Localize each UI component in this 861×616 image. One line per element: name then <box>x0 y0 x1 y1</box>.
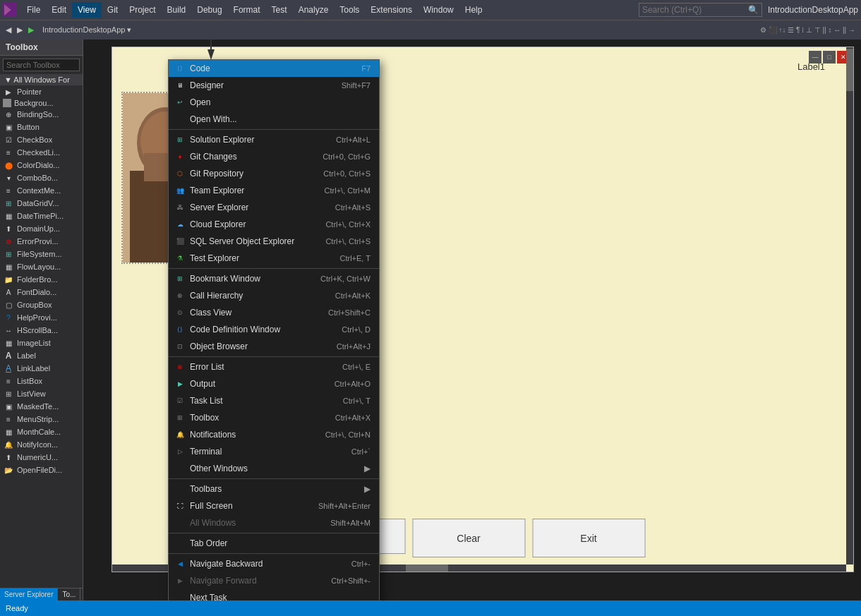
toolbox-item-imagelist[interactable]: ▦ImageList <box>0 337 83 349</box>
toolbox-item-openfiledialog[interactable]: 📂OpenFileDi... <box>0 464 83 476</box>
nav-back-icon: ◀ <box>174 558 186 569</box>
menu-tools[interactable]: Tools <box>334 2 365 18</box>
menu-item-code[interactable]: ⟨⟩ Code F7 <box>169 60 379 77</box>
toolbox-item-menustrip[interactable]: ≡MenuStrip... <box>0 413 83 425</box>
menu-item-call-hierarchy[interactable]: ⊕ Call Hierarchy Ctrl+Alt+K <box>169 287 379 304</box>
menu-item-full-screen[interactable]: ⛶ Full Screen Shift+Alt+Enter <box>169 497 379 514</box>
menu-extensions[interactable]: Extensions <box>365 2 418 18</box>
toolbox-item-listview[interactable]: ⊞ListView <box>0 387 83 400</box>
toolbox-item-monthcalendar[interactable]: ▦MonthCale... <box>0 425 83 438</box>
class-view-icon: ⊙ <box>174 307 186 318</box>
toolbox-tabs: Server Explorer To... <box>0 588 83 600</box>
toolbox-item-errorprovider[interactable]: ⊘ErrorProvi... <box>0 235 83 248</box>
toolbox-item-linklabel[interactable]: ALinkLabel <box>0 362 83 375</box>
toolbox-item-numericupdown[interactable]: ⬆NumericU... <box>0 451 83 464</box>
toolbox-item-filesystem[interactable]: ⊞FileSystem... <box>0 248 83 260</box>
menu-item-error-list[interactable]: ⊗ Error List Ctrl+\, E <box>169 358 379 375</box>
menu-build[interactable]: Build <box>162 2 192 18</box>
toolbox-item-notifyicon[interactable]: 🔔NotifyIcon... <box>0 438 83 451</box>
cloud-explorer-icon: ☁ <box>174 219 186 230</box>
menu-item-sql-explorer[interactable]: ⬛ SQL Server Object Explorer Ctrl+\, Ctr… <box>169 233 379 250</box>
menu-edit[interactable]: Edit <box>46 2 72 18</box>
search-box[interactable]: 🔍 <box>639 3 762 17</box>
menu-item-cloud-explorer[interactable]: ☁ Cloud Explorer Ctrl+\, Ctrl+X <box>169 216 379 233</box>
background-icon <box>3 99 11 107</box>
vertical-scrollbar[interactable] <box>846 47 853 564</box>
sep-2 <box>169 268 379 269</box>
toolbox-item-button[interactable]: ▣Button <box>0 121 83 133</box>
menu-project[interactable]: Project <box>124 2 161 18</box>
menu-window[interactable]: Window <box>418 2 459 18</box>
toolbox-item-background[interactable]: Backgrou... <box>0 98 83 108</box>
toolbox-item-datetimepicker[interactable]: ▦DateTimePi... <box>0 210 83 222</box>
toolbar-run[interactable]: ▶ <box>25 24 37 36</box>
menu-item-open[interactable]: ↩ Open <box>169 94 379 111</box>
menu-item-git-changes[interactable]: ♦ Git Changes Ctrl+0, Ctrl+G <box>169 148 379 165</box>
menu-test[interactable]: Test <box>266 2 293 18</box>
toolbox-item-checkedlistbox[interactable]: ≡CheckedLi... <box>0 146 83 159</box>
menu-item-bookmark-window[interactable]: ⊞ Bookmark Window Ctrl+K, Ctrl+W <box>169 270 379 287</box>
toolbox-item-listbox[interactable]: ≡ListBox <box>0 375 83 387</box>
menu-item-server-explorer[interactable]: 🖧 Server Explorer Ctrl+Alt+S <box>169 199 379 216</box>
menu-item-git-repository[interactable]: ⬡ Git Repository Ctrl+0, Ctrl+S <box>169 165 379 182</box>
toolbox-item-datagridview[interactable]: ⊞DataGridV... <box>0 197 83 210</box>
menu-item-tab-order[interactable]: Tab Order <box>169 535 379 552</box>
menu-item-test-explorer[interactable]: ⚗ Test Explorer Ctrl+E, T <box>169 250 379 267</box>
clear-button[interactable]: Clear <box>412 519 525 557</box>
menu-item-designer[interactable]: 🖥 Designer Shift+F7 <box>169 77 379 94</box>
exit-button[interactable]: Exit <box>532 519 645 557</box>
sep-4 <box>169 478 379 479</box>
groupbox-icon: ▢ <box>3 299 14 310</box>
menu-item-output[interactable]: ▶ Output Ctrl+Alt+O <box>169 375 379 392</box>
menu-analyze[interactable]: Analyze <box>293 2 335 18</box>
app-dropdown[interactable]: IntroductionDesktopApp ▾ <box>40 24 134 36</box>
toolbox-item-contextmenu[interactable]: ≡ContextMe... <box>0 184 83 197</box>
menu-item-toolbars[interactable]: Toolbars ▶ <box>169 481 379 497</box>
menu-item-navigate-backward[interactable]: ◀ Navigate Backward Ctrl+- <box>169 555 379 572</box>
toolbox-item-checkbox[interactable]: ☑CheckBox <box>0 133 83 146</box>
toolbox-item-maskedtextbox[interactable]: ▣MaskedTe... <box>0 400 83 413</box>
menu-debug[interactable]: Debug <box>191 2 227 18</box>
toolbox-item-bindingsource[interactable]: ⊕BindingSo... <box>0 108 83 121</box>
menu-item-code-definition[interactable]: ⟨⟩ Code Definition Window Ctrl+\, D <box>169 321 379 338</box>
toolbox-item-hscrollbar[interactable]: ↔HScrollBa... <box>0 324 83 337</box>
menu-bar: File Edit View Git Project Build Debug F… <box>0 0 861 20</box>
toolbox-item-combobox[interactable]: ▾ComboBo... <box>0 171 83 184</box>
tab-toolbox-2[interactable]: To... <box>58 588 80 600</box>
menu-item-open-with[interactable]: Open With... <box>169 111 379 128</box>
toolbox-search-input[interactable] <box>3 59 80 71</box>
menu-item-solution-explorer[interactable]: ⊞ Solution Explorer Ctrl+Alt+L <box>169 131 379 148</box>
git-changes-icon: ♦ <box>174 151 186 162</box>
menu-git[interactable]: Git <box>102 2 124 18</box>
toolbox-item-pointer[interactable]: ▶Pointer <box>0 85 83 98</box>
toolbar: ◀ ▶ ▶ IntroductionDesktopApp ▾ ⚙ ⬛ ↑↓ ☰ … <box>0 20 861 40</box>
toolbox-item-colordialog[interactable]: ⬤ColorDialo... <box>0 159 83 171</box>
menu-item-terminal[interactable]: ▷ Terminal Ctrl+` <box>169 443 379 460</box>
menu-item-class-view[interactable]: ⊙ Class View Ctrl+Shift+C <box>169 304 379 321</box>
toolbar-back[interactable]: ◀ <box>3 24 14 36</box>
toolbar-forward[interactable]: ▶ <box>14 24 25 36</box>
menu-item-toolbox[interactable]: ⊞ Toolbox Ctrl+Alt+X <box>169 409 379 426</box>
menu-item-next-task[interactable]: Next Task <box>169 589 379 600</box>
menu-format[interactable]: Format <box>228 2 266 18</box>
menu-item-team-explorer[interactable]: 👥 Team Explorer Ctrl+\, Ctrl+M <box>169 182 379 199</box>
menu-item-other-windows[interactable]: Other Windows ▶ <box>169 460 379 477</box>
toolbox-group[interactable]: ▼ All Windows For <box>0 74 83 85</box>
search-input[interactable] <box>642 5 748 15</box>
toolbox-item-label[interactable]: ALabel <box>0 349 83 362</box>
menu-file[interactable]: File <box>21 2 46 18</box>
menu-item-notifications[interactable]: 🔔 Notifications Ctrl+\, Ctrl+N <box>169 426 379 443</box>
menu-item-navigate-forward: ▶ Navigate Forward Ctrl+Shift+- <box>169 572 379 589</box>
toolbox-item-folderbrowser[interactable]: 📁FolderBro... <box>0 273 83 286</box>
toolbox-item-domainupdown[interactable]: ⬆DomainUp... <box>0 222 83 235</box>
toolbox-item-fontdialog[interactable]: AFontDialo... <box>0 286 83 298</box>
menu-view[interactable]: View <box>72 2 102 18</box>
solution-explorer-icon: ⊞ <box>174 134 186 145</box>
toolbox-item-flowlayout[interactable]: ▦FlowLayou... <box>0 260 83 273</box>
menu-item-task-list[interactable]: ☑ Task List Ctrl+\, T <box>169 392 379 409</box>
menu-help[interactable]: Help <box>459 2 488 18</box>
toolbox-item-helpprovider[interactable]: ?HelpProvi... <box>0 311 83 324</box>
menu-item-object-browser[interactable]: ⊡ Object Browser Ctrl+Alt+J <box>169 338 379 355</box>
tab-server-explorer[interactable]: Server Explorer <box>0 588 58 600</box>
toolbox-item-groupbox[interactable]: ▢GroupBox <box>0 298 83 311</box>
